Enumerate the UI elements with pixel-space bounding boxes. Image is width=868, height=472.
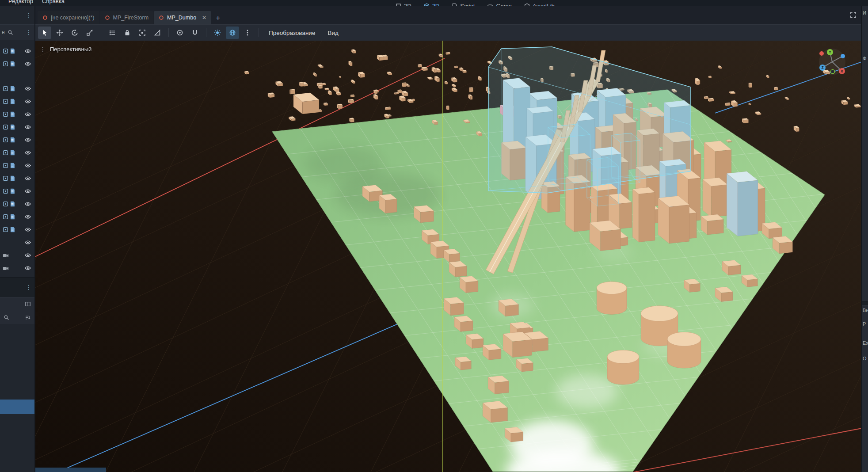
- scene-tree-row[interactable]: [0, 172, 34, 185]
- visibility-eye-button[interactable]: [25, 202, 31, 206]
- assetlib-box-icon: [524, 3, 530, 7]
- local-space-tool-button[interactable]: [173, 27, 187, 39]
- node-icon: [3, 99, 8, 104]
- extra-options-tool-button[interactable]: [241, 27, 254, 39]
- preview-environment-tool-button[interactable]: [226, 27, 239, 39]
- script-badge-icon: [10, 227, 15, 232]
- visibility-eye-button[interactable]: [25, 176, 31, 181]
- scene-tree-row[interactable]: [0, 185, 34, 198]
- workspace-script-button[interactable]: Script: [452, 3, 475, 7]
- filesystem-options-icon[interactable]: ⋮: [26, 284, 32, 290]
- distraction-free-icon[interactable]: [850, 11, 857, 20]
- transform-menu-button[interactable]: Преобразование: [263, 30, 320, 36]
- scene-tree-row[interactable]: [0, 45, 34, 57]
- workspace-game-button[interactable]: Game: [487, 3, 511, 7]
- scene-tree-row[interactable]: [0, 133, 34, 146]
- scene-tree-row[interactable]: [0, 121, 34, 133]
- sort-icon[interactable]: [25, 315, 31, 320]
- workspace-2d-button[interactable]: 2D: [396, 3, 411, 7]
- right-dock-separator: [862, 301, 868, 306]
- visibility-eye-button[interactable]: [25, 240, 31, 245]
- visibility-eye-button[interactable]: [25, 99, 31, 104]
- group-tool-button[interactable]: [136, 27, 149, 39]
- scene-tab-firestorm[interactable]: MP_FireStorm: [100, 11, 154, 24]
- search-icon[interactable]: [8, 30, 13, 35]
- script-badge-icon: [10, 137, 15, 143]
- spatial-toolbar: ПреобразованиеВид: [34, 24, 862, 41]
- eye-icon: [25, 266, 31, 270]
- scene-tree-row[interactable]: [0, 249, 34, 262]
- viewport-3d[interactable]: YXZ ⋮ Перспективный: [34, 41, 862, 472]
- node-icon: [3, 124, 8, 130]
- visibility-eye-button[interactable]: [25, 227, 31, 232]
- visibility-eye-button[interactable]: [25, 61, 31, 66]
- visibility-eye-button[interactable]: [25, 253, 31, 258]
- eye-icon: [25, 227, 31, 232]
- visibility-eye-button[interactable]: [25, 214, 31, 219]
- scene-tree-row[interactable]: [0, 210, 34, 223]
- visibility-eye-button[interactable]: [25, 266, 31, 270]
- scale-tool-button[interactable]: [83, 27, 96, 39]
- scene-tree-row[interactable]: [0, 236, 34, 249]
- menu-editor[interactable]: Редактор: [4, 0, 37, 4]
- select-tool-button[interactable]: [38, 27, 51, 39]
- rotate-tool-button[interactable]: [68, 27, 81, 39]
- view-menu-button[interactable]: ⋮ Перспективный: [40, 46, 91, 53]
- workspace-3d-button[interactable]: 3D: [424, 3, 440, 7]
- search-icon[interactable]: [4, 315, 9, 320]
- eye-icon: [25, 214, 31, 219]
- script-badge-icon: [10, 99, 15, 104]
- ruler-tool-button[interactable]: [151, 27, 164, 39]
- bottom-panel-edge: [34, 468, 106, 472]
- visibility-eye-button[interactable]: [25, 125, 31, 129]
- script-badge-icon: [10, 86, 15, 91]
- split-view-icon[interactable]: [25, 301, 31, 307]
- filter-options-icon[interactable]: ⋮: [26, 29, 32, 35]
- scene-tree-row[interactable]: [0, 159, 34, 172]
- scene-tree-row[interactable]: [0, 57, 34, 70]
- snap-tool-button[interactable]: [188, 27, 202, 39]
- dock-splitter[interactable]: ⋮: [0, 277, 34, 297]
- visibility-eye-button[interactable]: [25, 112, 31, 117]
- move-tool-button[interactable]: [53, 27, 66, 39]
- eye-icon: [25, 125, 31, 129]
- add-scene-tab-button[interactable]: +: [212, 12, 224, 24]
- scene-tab-dumbo[interactable]: MP_Dumbo ✕: [154, 11, 211, 24]
- local-space-icon: [176, 29, 183, 36]
- selected-file-row[interactable]: [0, 400, 34, 414]
- preview-environment-icon: [229, 29, 236, 36]
- scene-tree-row[interactable]: [0, 146, 34, 159]
- workspace-assetlib-button[interactable]: AssetLib: [524, 3, 555, 7]
- visibility-eye-button[interactable]: [25, 137, 31, 142]
- scene-tree-row[interactable]: [0, 262, 34, 274]
- filesystem-search-row: [0, 311, 34, 324]
- scene-icon: [42, 15, 48, 20]
- tab-close-icon[interactable]: ✕: [202, 15, 206, 21]
- scene-tree-row[interactable]: [0, 198, 34, 210]
- scene-tab-unsaved[interactable]: [не сохранено](*): [38, 11, 99, 24]
- visibility-eye-button[interactable]: [25, 189, 31, 194]
- visibility-eye-button[interactable]: [25, 86, 31, 91]
- view-menu-dots-icon: ⋮: [40, 46, 46, 53]
- viewport-3d-scene[interactable]: YXZ: [34, 41, 862, 472]
- visibility-eye-button[interactable]: [25, 49, 31, 53]
- svg-text:Z: Z: [821, 65, 823, 70]
- selection-list-tool-button[interactable]: [106, 27, 119, 39]
- right-dock-collapsed-label: Р: [863, 321, 866, 327]
- script-badge-icon: [10, 214, 15, 220]
- view-menu-bar-button[interactable]: Вид: [322, 30, 343, 36]
- lock-icon: [124, 29, 131, 36]
- preview-sun-tool-button[interactable]: [211, 27, 224, 39]
- scene-tree-row[interactable]: [0, 82, 34, 95]
- visibility-eye-button[interactable]: [25, 163, 31, 168]
- lock-tool-button[interactable]: [121, 27, 134, 39]
- right-dock-collapsed[interactable]: И Ф Вн Р Ex О: [861, 6, 868, 472]
- scene-tree-row[interactable]: [0, 95, 34, 108]
- eye-icon: [25, 163, 31, 168]
- scene-tree-row[interactable]: [0, 223, 34, 236]
- scene-tree-row[interactable]: [0, 108, 34, 121]
- dock-options-icon[interactable]: ⋮: [26, 12, 32, 19]
- script-badge-icon: [10, 48, 15, 54]
- menu-help[interactable]: Справка: [38, 0, 69, 4]
- visibility-eye-button[interactable]: [25, 150, 31, 155]
